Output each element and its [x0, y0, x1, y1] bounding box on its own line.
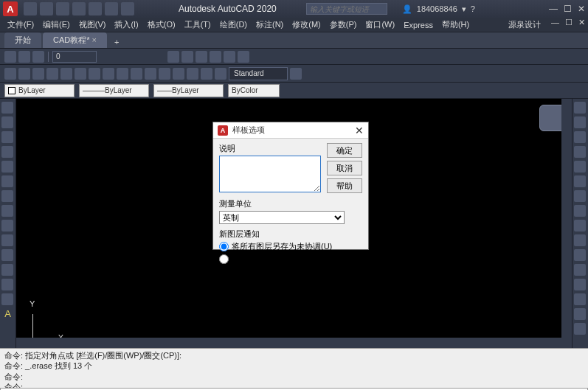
layer-state-icon[interactable]	[4, 51, 16, 63]
tb-icon[interactable]	[224, 51, 235, 63]
layer-combo[interactable]: 0	[52, 51, 97, 63]
description-input[interactable]	[219, 156, 321, 192]
line-tool-icon[interactable]	[1, 102, 13, 114]
app-logo[interactable]: A	[3, 1, 18, 16]
radio-unreconciled[interactable]: 将所有图层另存为未协调(U)	[219, 241, 362, 252]
dim-icon[interactable]	[173, 68, 184, 80]
spline-tool-icon[interactable]	[1, 205, 13, 217]
modify-scale-icon[interactable]	[574, 205, 586, 217]
dim-icon[interactable]	[4, 68, 16, 80]
modify-copy-icon[interactable]	[574, 116, 586, 128]
menu-window[interactable]: 窗口(W)	[361, 18, 399, 32]
ok-button[interactable]: 确定	[327, 143, 362, 158]
menu-modify[interactable]: 修改(M)	[288, 18, 325, 32]
search-input[interactable]	[306, 3, 387, 15]
arc-tool-icon[interactable]	[1, 146, 13, 158]
menu-draw[interactable]: 绘图(D)	[215, 18, 252, 32]
menu-insert[interactable]: 插入(I)	[110, 18, 142, 32]
minimize-button[interactable]: —	[549, 4, 558, 14]
dim-icon[interactable]	[215, 68, 226, 80]
dim-icon[interactable]	[46, 68, 58, 80]
tb-icon[interactable]	[196, 51, 207, 63]
modify-stretch-icon[interactable]	[574, 220, 586, 231]
menu-format[interactable]: 格式(O)	[143, 18, 180, 32]
menu-parametric[interactable]: 参数(P)	[325, 18, 362, 32]
modify-move-icon[interactable]	[574, 175, 586, 187]
menu-yuanquan[interactable]: 源泉设计	[504, 18, 545, 32]
close-button[interactable]: ✕	[578, 4, 585, 14]
block-tool-icon[interactable]	[1, 234, 13, 246]
help-icon[interactable]: ?	[471, 4, 475, 13]
cancel-button[interactable]: 取消	[327, 161, 362, 175]
dim-icon[interactable]	[103, 68, 114, 80]
tb-icon[interactable]	[210, 51, 221, 63]
dim-icon[interactable]	[290, 68, 302, 80]
modify-offset-icon[interactable]	[574, 146, 586, 158]
dim-icon[interactable]	[201, 68, 212, 80]
layer-lock-icon[interactable]	[32, 51, 44, 63]
lineweight-combo[interactable]: —— ByLayer	[153, 84, 224, 97]
hatch-tool-icon[interactable]	[1, 190, 13, 202]
qat-save-icon[interactable]	[56, 2, 69, 15]
revcloud-tool-icon[interactable]	[1, 293, 13, 305]
table-tool-icon[interactable]	[1, 249, 13, 261]
modify-array-icon[interactable]	[574, 161, 586, 173]
tab-document[interactable]: CAD教程*	[43, 32, 107, 48]
menu-edit[interactable]: 编辑(E)	[38, 18, 75, 32]
linetype-combo[interactable]: ——— ByLayer	[79, 84, 149, 97]
dim-icon[interactable]	[75, 68, 86, 80]
tab-new-button[interactable]: +	[108, 36, 125, 48]
menu-tools[interactable]: 工具(T)	[180, 18, 215, 32]
doc-min-button[interactable]: —	[551, 18, 559, 32]
radio-reconciled[interactable]: 将所有图层另存为已协调(R)	[219, 254, 362, 265]
qat-redo-icon[interactable]	[121, 2, 134, 15]
menu-view[interactable]: 视图(V)	[75, 18, 111, 32]
dim-icon[interactable]	[89, 68, 100, 80]
plotstyle-combo[interactable]: ByColor	[228, 84, 280, 97]
dim-icon[interactable]	[131, 68, 142, 80]
command-history[interactable]: 命令: 指定对角点或 [栏选(F)/圈围(WP)/圈交(CP)]: 命令: _.…	[0, 348, 588, 388]
doc-close-button[interactable]: ✕	[578, 18, 585, 32]
menu-express[interactable]: Express	[399, 19, 437, 31]
dim-icon[interactable]	[187, 68, 198, 80]
modify-extend-icon[interactable]	[574, 249, 586, 261]
qat-saveas-icon[interactable]	[72, 2, 86, 15]
qat-undo-icon[interactable]	[105, 2, 118, 15]
region-tool-icon[interactable]	[1, 264, 13, 276]
modify-trim-icon[interactable]	[574, 234, 586, 246]
dim-icon[interactable]	[159, 68, 170, 80]
dim-icon[interactable]	[145, 68, 156, 80]
layer-freeze-icon[interactable]	[18, 51, 30, 63]
color-combo[interactable]: ByLayer	[4, 84, 75, 97]
dim-icon[interactable]	[117, 68, 128, 80]
modify-rotate-icon[interactable]	[574, 190, 586, 202]
dim-icon[interactable]	[18, 68, 30, 80]
polyline-tool-icon[interactable]	[1, 116, 13, 128]
modify-explode-icon[interactable]	[574, 323, 586, 335]
qat-new-icon[interactable]	[24, 2, 37, 15]
menu-dimension[interactable]: 标注(N)	[252, 18, 288, 32]
point-tool-icon[interactable]	[1, 220, 13, 231]
tb-icon[interactable]	[167, 51, 179, 63]
dim-icon[interactable]	[60, 68, 72, 80]
modify-break-icon[interactable]	[574, 264, 586, 276]
modify-fillet-icon[interactable]	[574, 308, 586, 320]
modify-chamfer-icon[interactable]	[574, 293, 586, 305]
dialog-close-button[interactable]: ✕	[355, 125, 364, 136]
menu-file[interactable]: 文件(F)	[3, 18, 38, 32]
modify-erase-icon[interactable]	[574, 102, 586, 114]
text-tool-icon[interactable]: A	[1, 308, 14, 319]
h-scrollbar[interactable]	[16, 338, 561, 348]
wipeout-tool-icon[interactable]	[1, 279, 13, 290]
maximize-button[interactable]: ☐	[564, 4, 572, 14]
qat-open-icon[interactable]	[40, 2, 53, 15]
user-area[interactable]: 👤 184068846 ▾ ?	[402, 4, 475, 14]
tb-icon[interactable]	[238, 51, 249, 63]
units-select[interactable]: 英制	[219, 211, 345, 224]
help-button[interactable]: 帮助	[327, 178, 362, 193]
tb-icon[interactable]	[181, 51, 193, 63]
rectangle-tool-icon[interactable]	[1, 161, 13, 173]
dimstyle-combo[interactable]: Standard	[229, 67, 288, 80]
tab-start[interactable]: 开始	[4, 32, 41, 48]
menu-help[interactable]: 帮助(H)	[437, 18, 474, 32]
